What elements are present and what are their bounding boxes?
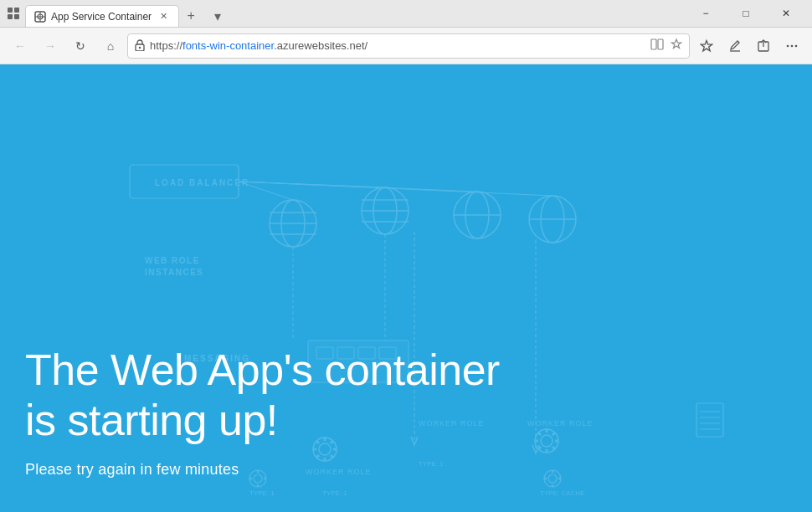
svg-point-16 <box>795 44 798 47</box>
svg-text:INSTANCES: INSTANCES <box>145 268 204 277</box>
svg-text:TYPE: 1: TYPE: 1 <box>322 489 347 497</box>
tab-title: App Service Container <box>51 11 152 23</box>
svg-text:TYPE: 1: TYPE: 1 <box>249 489 275 497</box>
subtitle-text: Please try again in few minutes <box>25 461 787 479</box>
web-note-button[interactable] <box>722 33 748 59</box>
svg-rect-10 <box>651 39 656 49</box>
page-content: LOAD BALANCER WEB ROLE INSTANCES MESSAGI… <box>0 64 812 512</box>
url-suffix: .azurewebsites.net/ <box>274 39 367 52</box>
svg-rect-1 <box>14 8 19 13</box>
address-icons <box>650 38 682 53</box>
svg-rect-3 <box>14 14 19 19</box>
svg-text:TYPE: CACHE: TYPE: CACHE <box>540 489 584 497</box>
favorite-icon[interactable] <box>671 38 682 53</box>
maximize-button[interactable]: □ <box>727 0 765 28</box>
tab-bar: App Service Container ✕ + ▾ <box>25 0 681 27</box>
tab-list-button[interactable]: ▾ <box>206 5 229 27</box>
url-host: fonts-win-container <box>182 39 274 52</box>
minimize-button[interactable]: − <box>686 0 725 28</box>
window-controls: − □ ✕ <box>686 0 805 28</box>
headline-text: The Web App's containeris starting up! <box>25 346 787 446</box>
home-button[interactable]: ⌂ <box>97 33 124 59</box>
url-prefix: https:// <box>150 39 182 52</box>
svg-text:LOAD BALANCER: LOAD BALANCER <box>155 178 249 187</box>
navigation-bar: ← → ↻ ⌂ https://fonts-win-container.azur… <box>0 28 812 64</box>
reader-view-icon[interactable] <box>650 38 664 53</box>
svg-point-14 <box>787 44 789 47</box>
close-button[interactable]: ✕ <box>767 0 805 28</box>
active-tab[interactable]: App Service Container ✕ <box>25 5 179 27</box>
more-button[interactable] <box>779 33 805 59</box>
svg-rect-2 <box>8 14 13 19</box>
svg-text:WEB ROLE: WEB ROLE <box>145 256 200 265</box>
address-bar[interactable]: https://fonts-win-container.azurewebsite… <box>127 33 690 59</box>
title-bar: App Service Container ✕ + ▾ − □ ✕ <box>0 0 812 28</box>
security-lock-icon <box>135 39 145 53</box>
svg-line-92 <box>239 182 552 196</box>
svg-point-9 <box>139 46 141 48</box>
url-text: https://fonts-win-container.azurewebsite… <box>150 39 645 52</box>
svg-line-89 <box>239 182 293 200</box>
refresh-button[interactable]: ↻ <box>67 33 94 59</box>
tab-favicon-icon <box>34 11 46 23</box>
nav-right-buttons <box>693 33 805 59</box>
svg-rect-0 <box>8 8 13 13</box>
main-content: The Web App's containeris starting up! P… <box>25 346 787 479</box>
title-bar-controls <box>7 7 20 20</box>
share-button[interactable] <box>750 33 777 59</box>
back-button[interactable]: ← <box>7 33 33 59</box>
browser-icon <box>7 7 20 20</box>
new-tab-button[interactable]: + <box>179 5 203 27</box>
forward-button[interactable]: → <box>37 33 64 59</box>
browser-frame: App Service Container ✕ + ▾ − □ ✕ ← → ↻ … <box>0 0 812 512</box>
svg-rect-11 <box>658 39 663 49</box>
tab-close-button[interactable]: ✕ <box>157 10 170 23</box>
svg-point-15 <box>791 44 794 47</box>
favorites-hub-button[interactable] <box>693 33 720 59</box>
